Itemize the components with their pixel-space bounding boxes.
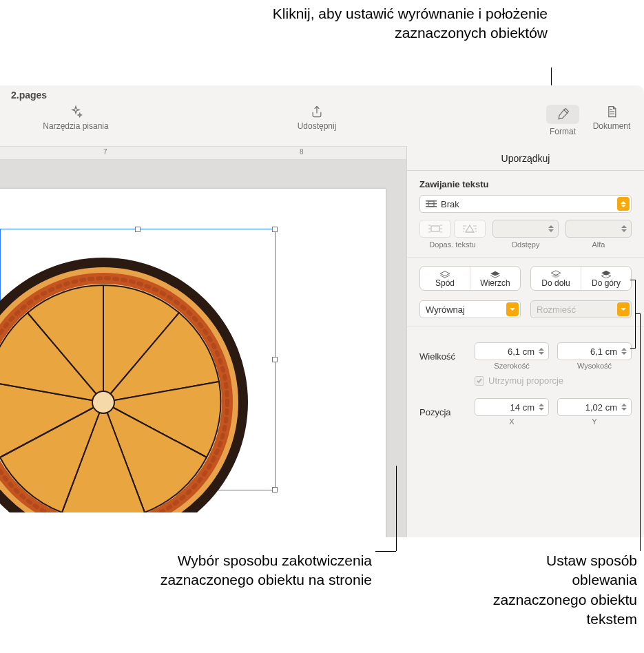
inspector-panel: Uporządkuj Zawijanie tekstu Brak	[406, 146, 644, 537]
x-label: X	[475, 417, 549, 426]
paintbrush-icon	[556, 107, 570, 121]
width-stepper[interactable]: 6,1 cm	[475, 342, 549, 360]
stepper-arrows-icon	[619, 344, 630, 358]
page[interactable]	[0, 189, 386, 537]
constrain-checkbox-row[interactable]: Utrzymuj proporcje	[419, 375, 632, 386]
stepper-arrows-icon	[536, 344, 547, 358]
selected-image[interactable]	[0, 244, 262, 512]
position-label: Pozycja	[419, 407, 468, 417]
align-dropdown[interactable]: Wyrównaj	[419, 300, 521, 318]
share-label: Udostępnij	[298, 121, 337, 131]
chevron-updown-icon	[617, 197, 630, 211]
app-window: 2.pages Narzędzia pisania Udostępnij For…	[0, 85, 644, 537]
callout-bottom-left-text: Wybór sposobu zakotwiczenia zaznaczonego…	[160, 552, 372, 588]
layers-back-icon	[439, 270, 451, 278]
callout-bottom-right: Ustaw sposób oblewania zaznaczonego obie…	[492, 551, 637, 629]
height-label: Wysokość	[557, 362, 632, 370]
height-value: 6,1 cm	[590, 346, 617, 357]
callout-bracket	[635, 280, 636, 349]
format-button[interactable]: Format	[542, 105, 583, 136]
svg-rect-20	[431, 226, 439, 231]
inspector-tabs: Uporządkuj	[407, 146, 644, 171]
writing-tools-button[interactable]: Narzędzia pisania	[34, 105, 117, 131]
fit-shape-icon	[463, 224, 477, 234]
distribute-value: Rozmieść	[537, 304, 576, 315]
height-stepper[interactable]: 6,1 cm	[557, 342, 632, 360]
label: Do dołu	[541, 279, 570, 287]
callout-bottom-right-text: Ustaw sposób oblewania zaznaczonego obie…	[493, 552, 637, 627]
resize-handle[interactable]	[135, 227, 141, 232]
constrain-label: Utrzymuj proporcje	[488, 375, 563, 386]
text-fit-label: Dopas. tekstu	[419, 240, 486, 249]
callout-line	[551, 68, 552, 85]
resize-handle[interactable]	[272, 357, 278, 362]
canvas[interactable]	[0, 160, 406, 537]
titlebar: 2.pages	[0, 85, 644, 105]
text-fit-auto-button[interactable]	[419, 220, 451, 238]
x-stepper[interactable]: 14 cm	[475, 398, 549, 416]
checkbox-icon	[475, 376, 484, 386]
tab-arrange[interactable]: Uporządkuj	[489, 153, 563, 164]
chevron-down-icon	[506, 302, 519, 316]
wrap-none-icon	[426, 200, 437, 208]
layers-front-icon	[489, 270, 501, 278]
resize-handle[interactable]	[272, 487, 278, 493]
toolbar: Narzędzia pisania Udostępnij Format Doku…	[0, 105, 644, 146]
format-label: Format	[550, 127, 576, 136]
y-stepper[interactable]: 1,02 cm	[557, 398, 632, 416]
fit-rect-icon	[428, 224, 442, 234]
layer-down-icon	[550, 270, 562, 278]
distribute-dropdown[interactable]: Rozmieść	[530, 300, 632, 318]
text-fit-contour-button[interactable]	[454, 220, 486, 238]
alpha-stepper[interactable]	[565, 220, 632, 238]
stepper-arrows-icon	[619, 400, 630, 414]
ruler: 7 8	[0, 146, 406, 160]
y-value: 1,02 cm	[585, 402, 617, 413]
y-label: Y	[557, 417, 632, 426]
spacing-stepper[interactable]	[492, 220, 559, 238]
callout-top: Kliknij, aby ustawić wyrównanie i położe…	[258, 4, 548, 43]
svg-point-15	[92, 391, 114, 413]
share-button[interactable]: Udostępnij	[289, 105, 344, 131]
doc-filename: 2.pages	[0, 90, 47, 101]
svg-rect-17	[426, 203, 437, 205]
document-button[interactable]: Dokument	[588, 105, 636, 131]
stepper-arrows-icon	[536, 400, 547, 414]
resize-handle[interactable]	[272, 227, 278, 232]
ruler-mark: 8	[300, 148, 304, 156]
text-wrap-value: Brak	[441, 199, 459, 209]
layer-seg-back-front: Spód Wierzch	[419, 266, 521, 291]
document-icon	[605, 105, 619, 118]
callout-line	[640, 313, 641, 551]
chevron-down-icon	[617, 302, 630, 316]
callout-line	[375, 551, 396, 552]
alpha-label: Alfa	[565, 240, 632, 249]
share-icon	[310, 105, 324, 118]
callout-top-text: Kliknij, aby ustawić wyrównanie i położe…	[273, 6, 548, 41]
label: Spód	[435, 279, 455, 287]
text-wrap-section: Zawijanie tekstu Brak	[407, 171, 644, 258]
label: Wierzch	[480, 279, 510, 287]
spacing-label: Odstępy	[492, 240, 559, 249]
align-value: Wyrównaj	[426, 304, 465, 315]
layer-seg-down-up: Do dołu Do góry	[530, 266, 632, 291]
send-backward-button[interactable]: Do dołu	[531, 267, 581, 290]
text-wrap-dropdown[interactable]: Brak	[419, 195, 632, 213]
size-position-section: Wielkość 6,1 cm Szerokość 6,1 cm	[407, 327, 644, 434]
callout-bottom-left: Wybór sposobu zakotwiczenia zaznaczonego…	[96, 551, 372, 590]
document-label: Dokument	[593, 121, 631, 131]
width-label: Szerokość	[475, 362, 549, 370]
callout-line	[396, 466, 397, 551]
size-label: Wielkość	[419, 351, 468, 362]
send-to-back-button[interactable]: Spód	[420, 267, 470, 290]
sparkle-icon	[69, 105, 83, 118]
x-value: 14 cm	[510, 402, 534, 413]
ruler-mark: 7	[103, 148, 107, 156]
text-wrap-title: Zawijanie tekstu	[419, 179, 632, 189]
bring-forward-button[interactable]: Do góry	[581, 267, 631, 290]
stepper-arrows-icon	[619, 222, 630, 236]
label: Do góry	[592, 279, 621, 287]
bring-to-front-button[interactable]: Wierzch	[470, 267, 520, 290]
layer-section: Spód Wierzch Do dołu Do góry	[407, 258, 644, 327]
writing-tools-label: Narzędzia pisania	[43, 121, 108, 131]
